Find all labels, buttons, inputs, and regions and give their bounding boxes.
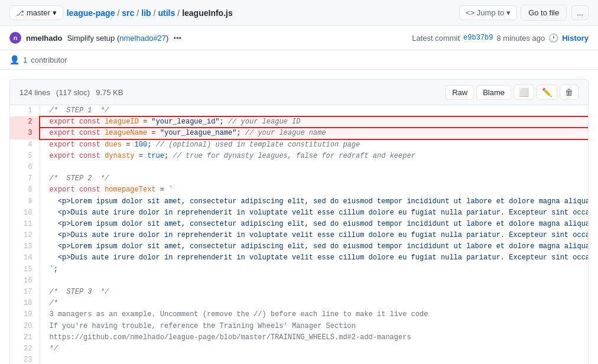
line-code: https://github.com/nmelhado/league-page/… — [40, 332, 589, 343]
table-row: 9 <p>Lorem ipsum dolor sit amet, consect… — [10, 196, 589, 207]
breadcrumb-league-page[interactable]: league-page — [67, 8, 115, 18]
edit-icon[interactable]: ✏️ — [537, 84, 557, 100]
raw-button[interactable]: Raw — [446, 85, 474, 100]
line-code: export const homepageText = ` — [40, 184, 589, 196]
line-code: export const dynasty = true; // true for… — [40, 151, 589, 162]
line-code: /* STEP 1 */ — [40, 105, 589, 116]
breadcrumb-sep-4: / — [177, 8, 180, 18]
table-row: 17/* STEP 3 */ — [10, 287, 589, 298]
line-number: 22 — [10, 343, 40, 355]
line-code: export const leagueName = "your_league_n… — [40, 128, 589, 139]
line-number: 6 — [10, 162, 40, 173]
line-code — [40, 162, 589, 173]
commit-hash[interactable]: e9b37b9 — [463, 34, 493, 42]
table-row: 6 — [10, 162, 589, 173]
table-row: 15`; — [10, 264, 589, 275]
breadcrumb-utils[interactable]: utils — [158, 8, 175, 18]
latest-commit-label: Latest commit — [412, 34, 460, 43]
table-row: 7/* STEP 2 */ — [10, 173, 589, 184]
file-stats: 124 lines (117 sloc) 9.75 KB — [20, 88, 123, 97]
line-number: 21 — [10, 332, 40, 343]
line-code: <p>Lorem ipsum dolor sit amet, consectet… — [40, 241, 589, 252]
commit-dots[interactable]: ••• — [173, 34, 181, 43]
goto-file-button[interactable]: Go to file — [521, 5, 567, 21]
commit-message-text: Simplify setup ( — [67, 34, 119, 43]
table-row: 20If you're having trouble, reference th… — [10, 321, 589, 332]
jump-to-label: <> Jump to — [466, 8, 504, 17]
top-bar-actions: Go to file ... — [521, 5, 589, 21]
table-row: 11 <p>Lorem ipsum dolor sit amet, consec… — [10, 219, 589, 230]
line-number: 2 — [10, 116, 40, 128]
table-row: 21https://github.com/nmelhado/league-pag… — [10, 332, 589, 343]
line-number: 17 — [10, 287, 40, 298]
line-code: <p>Duis aute irure dolor in reprehenderi… — [40, 207, 589, 219]
branch-icon: ⎇ — [16, 9, 24, 17]
file-sloc: (117 sloc) — [56, 88, 90, 97]
breadcrumb: league-page / src / lib / utils / league… — [67, 8, 456, 18]
line-number: 3 — [10, 128, 40, 139]
more-options-button[interactable]: ... — [571, 5, 589, 20]
line-number: 23 — [10, 355, 40, 364]
blame-button[interactable]: Blame — [476, 85, 511, 100]
table-row: 12 <p>Duis aute irure dolor in reprehend… — [10, 230, 589, 241]
line-number: 10 — [10, 207, 40, 219]
line-code — [40, 275, 589, 287]
line-code: <p>Lorem ipsum dolor sit amet, consectet… — [40, 219, 589, 230]
branch-selector[interactable]: ⎇ master ▾ — [9, 5, 63, 20]
file-actions: Raw Blame ⬜ ✏️ 🗑 — [446, 84, 578, 100]
branch-chevron-icon: ▾ — [53, 8, 57, 17]
table-row: 193 managers as an example. Uncomment (r… — [10, 309, 589, 320]
breadcrumb-lib[interactable]: lib — [141, 8, 151, 18]
line-number: 8 — [10, 184, 40, 196]
table-row: 14 <p>Duis aute irure dolor in reprehend… — [10, 252, 589, 264]
line-number: 4 — [10, 139, 40, 151]
delete-icon[interactable]: 🗑 — [560, 84, 578, 100]
line-code: <p>Duis aute irure dolor in reprehenderi… — [40, 252, 589, 264]
breadcrumb-sep-2: / — [136, 8, 139, 18]
table-row: 8export const homepageText = ` — [10, 184, 589, 196]
line-number: 16 — [10, 275, 40, 287]
line-number: 1 — [10, 105, 40, 116]
table-row: 5export const dynasty = true; // true fo… — [10, 151, 589, 162]
jump-chevron-icon: ▾ — [506, 8, 511, 17]
line-code: 3 managers as an example. Uncomment (rem… — [40, 309, 589, 320]
contributor-icon: 👤 — [9, 55, 20, 64]
line-code: /* — [40, 298, 589, 309]
breadcrumb-sep-3: / — [154, 8, 156, 18]
line-code: /* STEP 3 */ — [40, 287, 589, 298]
line-number: 18 — [10, 298, 40, 309]
breadcrumb-src[interactable]: src — [122, 8, 134, 18]
table-row: 10 <p>Duis aute irure dolor in reprehend… — [10, 207, 589, 219]
history-link[interactable]: History — [562, 34, 589, 43]
contributor-bar: 👤 1 contributor — [0, 50, 598, 70]
table-row: 13 <p>Lorem ipsum dolor sit amet, consec… — [10, 241, 589, 252]
desktop-icon[interactable]: ⬜ — [514, 84, 534, 100]
contributor-label: contributor — [31, 56, 67, 64]
commit-time: 8 minutes ago — [497, 34, 545, 43]
history-label: History — [562, 34, 589, 43]
line-number: 14 — [10, 252, 40, 264]
file-lines: 124 lines — [20, 88, 50, 97]
jump-to[interactable]: <> Jump to ▾ — [459, 5, 517, 20]
line-code: */ — [40, 343, 589, 355]
line-code: <p>Lorem ipsum dolor sit amet, consectet… — [40, 196, 589, 207]
branch-label: master — [27, 8, 50, 17]
line-code: /* STEP 2 */ — [40, 173, 589, 184]
code-wrapper: 1/* STEP 1 */2export const leagueID = "y… — [9, 105, 589, 364]
line-number: 13 — [10, 241, 40, 252]
page-wrapper: ⎇ master ▾ league-page / src / lib / uti… — [0, 0, 598, 364]
line-code: `; — [40, 264, 589, 275]
commit-message-end: ) — [166, 34, 168, 43]
line-number: 9 — [10, 196, 40, 207]
line-code: export const leagueID = "your_league_id"… — [40, 116, 589, 128]
table-row: 23 — [10, 355, 589, 364]
line-number: 5 — [10, 151, 40, 162]
commit-bar: n nmelhado Simplify setup (nmelhado#27) … — [0, 26, 598, 50]
commit-author[interactable]: nmelhado — [26, 34, 62, 43]
commit-pr-link[interactable]: nmelhado#27 — [119, 34, 166, 43]
breadcrumb-current-file: leagueInfo.js — [182, 8, 233, 18]
line-number: 20 — [10, 321, 40, 332]
code-table: 1/* STEP 1 */2export const leagueID = "y… — [10, 105, 589, 364]
table-row: 16 — [10, 275, 589, 287]
top-bar: ⎇ master ▾ league-page / src / lib / uti… — [0, 0, 598, 26]
